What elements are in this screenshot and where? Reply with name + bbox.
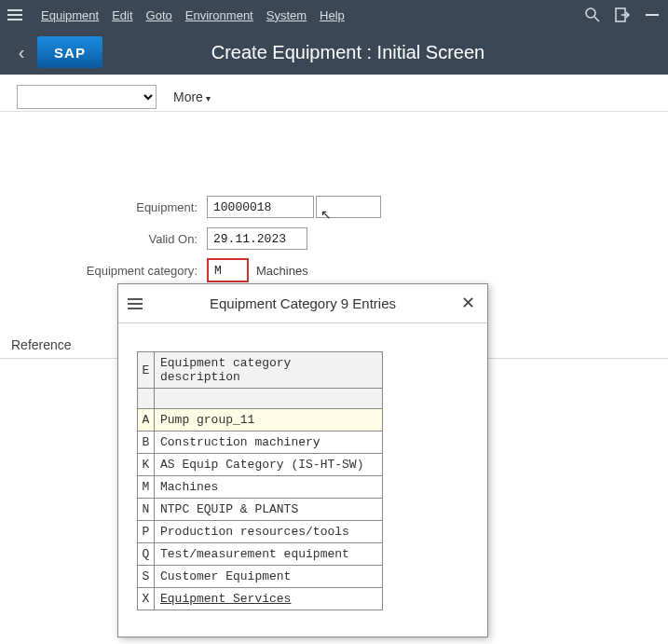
svg-rect-3 [646,14,659,16]
menu-help[interactable]: Help [320,8,345,22]
search-icon[interactable] [584,7,601,23]
cell-code: P [138,521,155,543]
svg-point-0 [586,8,595,18]
menu-equipment[interactable]: Equipment [41,8,99,22]
popup-title: Equipment Category 9 Entries [148,295,457,311]
cell-code: Q [138,543,155,566]
variant-select[interactable] [17,85,157,109]
cell-code: A [138,409,155,432]
table-row[interactable]: X Equipment Services [138,588,383,610]
cell-code: S [138,566,155,588]
label-category: Equipment category [0,264,207,278]
menu-hamburger-icon[interactable] [7,5,28,25]
table-row[interactable]: S Customer Equipment [138,566,383,588]
toolbar: More [0,75,668,112]
sap-logo: SAP [37,36,102,68]
window-icon[interactable] [644,7,661,23]
popup-body: E Equipment category description A Pump … [118,323,487,610]
cell-desc: NTPC EQUIP & PLANTS [155,499,383,521]
cell-desc: Equipment Services [155,588,383,610]
row-valid-on: Valid On [0,224,668,253]
equipment-field[interactable] [207,196,314,218]
row-equipment: Equipment [0,192,668,222]
cell-desc: AS Equip Category (IS-HT-SW) [155,454,383,476]
cell-code: B [138,432,155,454]
cell-desc: Production resources/tools [155,521,383,543]
close-icon[interactable]: ✕ [457,294,478,314]
table-row[interactable]: Q Test/measurement equipment [138,543,383,566]
cell-desc: Construction machinery [155,432,383,454]
cell-desc: Test/measurement equipment [155,543,383,566]
category-description: Machines [256,264,308,278]
category-table: E Equipment category description A Pump … [137,351,383,610]
cell-desc: Pump group_11 [155,409,383,432]
menu-goto[interactable]: Goto [146,8,172,22]
menu-edit[interactable]: Edit [112,8,132,22]
menu-system[interactable]: System [266,8,307,22]
table-row[interactable]: P Production resources/tools [138,521,383,543]
menu-bar: Equipment Edit Goto Environment System H… [0,0,668,30]
popup-header: Equipment Category 9 Entries ✕ [118,284,487,323]
form-area: Equipment Valid On Equipment category Ma… [0,117,668,285]
label-valid-on: Valid On [0,232,207,246]
back-icon[interactable]: ‹ [9,42,34,63]
cell-desc: Customer Equipment [155,566,383,588]
label-equipment: Equipment [0,200,207,214]
cell-code: M [138,476,155,499]
value-help-popup: Equipment Category 9 Entries ✕ E Equipme… [117,283,488,637]
cell-code: N [138,499,155,521]
category-field[interactable] [207,258,249,282]
table-row[interactable]: M Machines [138,476,383,499]
table-row[interactable]: B Construction machinery [138,432,383,454]
cell-code: X [138,588,155,610]
col-header-desc[interactable]: Equipment category description [155,352,383,389]
popup-menu-icon[interactable] [128,294,148,314]
table-row[interactable]: A Pump group_11 [138,409,383,432]
col-header-code[interactable]: E [138,352,155,389]
table-row[interactable]: N NTPC EQUIP & PLANTS [138,499,383,521]
cell-desc: Machines [155,476,383,499]
exit-icon[interactable] [614,7,631,23]
equipment-extra-field[interactable] [316,196,381,218]
menu-environment[interactable]: Environment [185,8,253,22]
cell-code: K [138,454,155,476]
row-category: Equipment category Machines [0,255,668,285]
page-title: Create Equipment : Initial Screen [102,42,668,63]
table-row[interactable]: K AS Equip Category (IS-HT-SW) [138,454,383,476]
more-menu[interactable]: More [173,89,211,104]
svg-line-1 [594,17,599,21]
title-bar: ‹ SAP Create Equipment : Initial Screen [0,30,668,75]
valid-on-field[interactable] [207,227,307,250]
